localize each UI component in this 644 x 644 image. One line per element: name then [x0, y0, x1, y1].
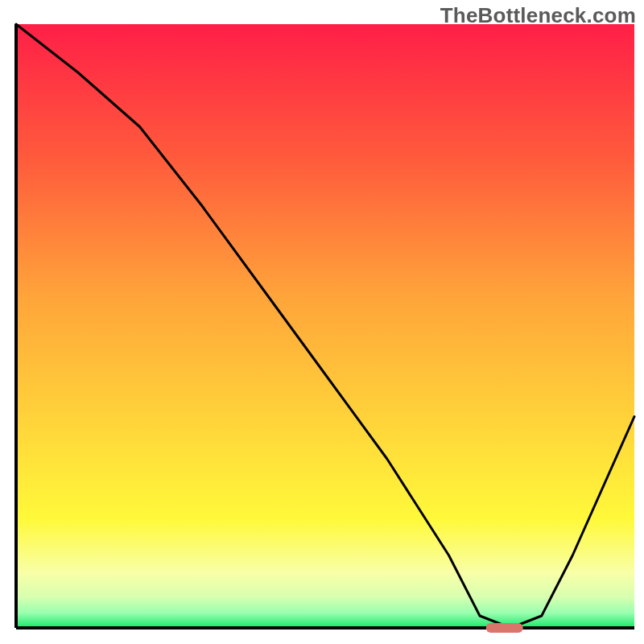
optimal-marker [486, 623, 523, 633]
chart-container: TheBottleneck.com [0, 0, 644, 644]
bottleneck-chart [0, 0, 644, 644]
watermark-text: TheBottleneck.com [440, 3, 636, 28]
plot-background [16, 24, 634, 628]
